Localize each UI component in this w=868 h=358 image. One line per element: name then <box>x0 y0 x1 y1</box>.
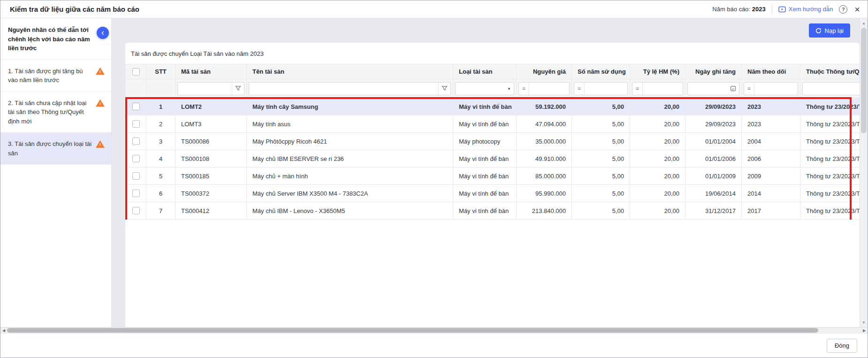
filter-cell-ten-tai-san <box>247 79 453 98</box>
cell: Thông tư 23/2023/TT- <box>800 150 860 168</box>
row-checkbox[interactable] <box>132 103 140 110</box>
table-row[interactable]: 2LOMT3Máy tính asusMáy vi tính để bàn47.… <box>126 115 860 133</box>
dialog-title: Kiểm tra dữ liệu giữa các năm báo cáo <box>10 5 139 13</box>
filter-operator[interactable]: = <box>632 83 643 95</box>
sidebar-item-label: 3. Tài sản được chuyển loại tài sản <box>8 139 92 158</box>
row-checkbox[interactable] <box>132 120 140 128</box>
column-header[interactable]: Loại tài sản <box>453 64 517 79</box>
vertical-scrollbar[interactable]: ▲ ▼ <box>860 18 868 327</box>
column-header[interactable]: Tỷ lệ HM (%) <box>630 64 685 79</box>
cell: 2006 <box>742 150 800 168</box>
scroll-down-icon[interactable]: ▼ <box>860 319 868 326</box>
sidebar-item-1[interactable]: 1. Tài sản được ghi tăng bù vào năm liền… <box>0 60 111 92</box>
column-header[interactable]: Mã tài sản <box>175 64 247 79</box>
cell: TS000086 <box>175 133 247 150</box>
cell: 29/09/2023 <box>685 115 742 133</box>
cell: 20,00 <box>630 133 685 150</box>
cell: 2023 <box>742 115 800 133</box>
column-header[interactable]: Thuộc Thông tư/Quyết định <box>800 64 860 79</box>
cell: 49.910.000 <box>517 150 572 168</box>
column-header[interactable]: STT <box>146 64 175 79</box>
header-row: STTMã tài sảnTên tài sảnLoại tài sảnNguy… <box>126 64 860 79</box>
filter-funnel-icon[interactable] <box>438 83 450 95</box>
cell: Máy chủ IBM ESERVER se ri 236 <box>247 150 453 168</box>
cell: Máy vi tính để bàn <box>453 202 517 220</box>
header-checkbox-cell <box>126 64 146 79</box>
titlebar-divider <box>772 5 772 14</box>
filter-input-ten-tai-san[interactable] <box>249 83 438 95</box>
column-header[interactable]: Nguyên giá <box>517 64 572 79</box>
filter-operator[interactable]: = <box>574 83 585 95</box>
table-row[interactable]: 6TS000372Máy chủ Server IBM X3500 M4 - 7… <box>126 185 860 202</box>
row-checkbox[interactable] <box>132 155 140 162</box>
view-guide-link[interactable]: Xem hướng dẫn <box>778 6 833 13</box>
filter-select-value[interactable] <box>456 83 504 95</box>
row-checkbox-cell <box>126 150 146 168</box>
close-button[interactable]: Đóng <box>827 339 857 353</box>
table-row[interactable]: 1LOMT2Máy tính cây SamsungMáy vi tính để… <box>126 98 860 115</box>
filter-cell-ma-tai-san <box>175 79 247 98</box>
cell: 19/06/2014 <box>685 185 742 202</box>
column-header[interactable]: Ngày ghi tăng <box>685 64 742 79</box>
scroll-right-icon[interactable]: ▶ <box>861 328 868 333</box>
filter-funnel-icon[interactable] <box>232 83 244 95</box>
row-checkbox-cell <box>126 133 146 150</box>
filter-select-loai-tai-san[interactable]: ▾ <box>455 82 514 95</box>
cell: LOMT3 <box>175 115 247 133</box>
cell: TS000372 <box>175 185 247 202</box>
sidebar-item-label: 2. Tài sản chưa cập nhật loại tài sản th… <box>8 99 92 126</box>
horizontal-scrollbar[interactable]: ◀ ▶ <box>0 327 868 333</box>
filter-operator[interactable]: = <box>744 83 754 95</box>
cell: 5,00 <box>572 150 630 168</box>
column-header[interactable]: Tên tài sản <box>247 64 453 79</box>
warning-icon: ! <box>96 99 105 107</box>
sidebar-collapse-button[interactable]: ‹ <box>97 27 109 39</box>
filter-input-nguyen-gia[interactable] <box>529 83 569 95</box>
cell: 5,00 <box>572 115 630 133</box>
cell: 5,00 <box>572 98 630 115</box>
cell: 4 <box>146 150 175 168</box>
report-year-label: Năm báo cáo: <box>712 6 750 13</box>
vertical-scroll-thumb[interactable] <box>861 28 867 133</box>
help-icon[interactable]: ? <box>839 5 847 14</box>
cell: 20,00 <box>630 98 685 115</box>
filter-input-so-nam[interactable] <box>585 83 627 95</box>
table-row[interactable]: 4TS000108Máy chủ IBM ESERVER se ri 236Má… <box>126 150 860 168</box>
cell: 2 <box>146 115 175 133</box>
select-all-checkbox[interactable] <box>132 68 140 76</box>
table-row[interactable]: 3TS000086Máy Phôtôcppy Ricoh 4621Máy pho… <box>126 133 860 150</box>
scroll-up-icon[interactable]: ▲ <box>860 19 868 27</box>
calendar-icon[interactable] <box>727 83 739 95</box>
row-checkbox-cell <box>126 185 146 202</box>
filter-operator[interactable]: = <box>519 83 529 95</box>
row-checkbox[interactable] <box>132 190 140 197</box>
table-row[interactable]: 7TS000412Máy chủ IBM - Lenovo - X3650M5M… <box>126 202 860 220</box>
cell: TS000108 <box>175 150 247 168</box>
titlebar: Kiểm tra dữ liệu giữa các năm báo cáo Nă… <box>0 0 868 18</box>
cell: Thông tư 23/2023/TT- <box>800 115 860 133</box>
filter-input-ma-tai-san[interactable] <box>178 83 232 95</box>
column-header[interactable]: Năm theo dõi <box>742 64 800 79</box>
cell: Máy tính asus <box>247 115 453 133</box>
row-checkbox[interactable] <box>132 137 140 145</box>
close-icon[interactable]: × <box>853 5 861 14</box>
scroll-left-icon[interactable]: ◀ <box>0 328 7 333</box>
filter-input-ngay-ghi-tang[interactable] <box>688 83 727 95</box>
column-header[interactable]: Số năm sử dụng <box>572 64 630 79</box>
video-guide-icon <box>778 6 786 13</box>
filter-input-nam-theo-doi[interactable] <box>754 83 798 95</box>
sidebar-item-3[interactable]: 3. Tài sản được chuyển loại tài sản! <box>0 133 111 165</box>
cell: 2009 <box>742 168 800 185</box>
filter-input-ty-le[interactable] <box>643 83 683 95</box>
reload-button[interactable]: Nạp lại <box>809 23 850 38</box>
row-checkbox[interactable] <box>132 207 140 214</box>
row-checkbox-cell <box>126 202 146 220</box>
table-row[interactable]: 5TS000185Máy chủ + màn hìnhMáy vi tính đ… <box>126 168 860 185</box>
row-checkbox[interactable] <box>132 172 140 180</box>
chevron-down-icon[interactable]: ▾ <box>504 86 514 91</box>
sidebar-item-2[interactable]: 2. Tài sản chưa cập nhật loại tài sản th… <box>0 92 111 133</box>
filter-input-thong-tu[interactable] <box>803 83 860 95</box>
filter-cell-thong-tu <box>800 79 860 98</box>
horizontal-scroll-thumb[interactable] <box>7 328 818 333</box>
cell: 6 <box>146 185 175 202</box>
